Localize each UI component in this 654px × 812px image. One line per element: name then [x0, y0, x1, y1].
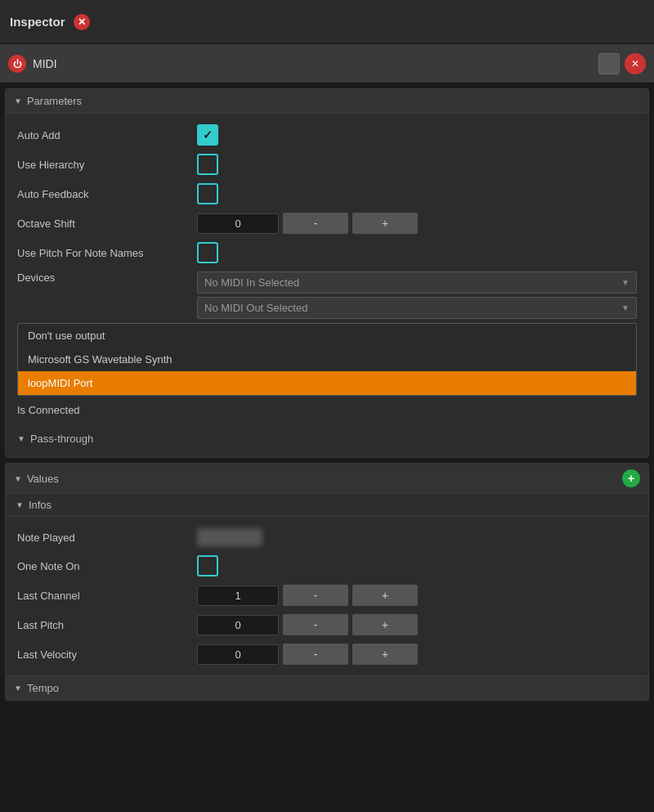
- last-velocity-minus-button[interactable]: -: [283, 644, 348, 665]
- use-hierarchy-checkbox[interactable]: [197, 154, 218, 175]
- auto-add-label: Auto Add: [17, 129, 197, 141]
- midi-row: ⏻ MIDI ✕: [0, 44, 654, 83]
- midi-label: MIDI: [33, 57, 592, 70]
- parameters-panel: ▼ Parameters Auto Add Use Hierarchy Auto…: [5, 88, 649, 458]
- last-velocity-plus-button[interactable]: +: [352, 644, 418, 665]
- use-pitch-checkbox[interactable]: [197, 242, 218, 263]
- tempo-chevron-icon: ▼: [14, 684, 22, 693]
- octave-shift-row: Octave Shift - +: [6, 209, 648, 238]
- last-channel-control: - +: [197, 585, 637, 606]
- auto-feedback-label: Auto Feedback: [17, 188, 197, 200]
- last-velocity-row: Last Velocity - +: [6, 639, 648, 669]
- last-pitch-input[interactable]: [197, 615, 279, 635]
- use-hierarchy-label: Use Hierarchy: [17, 159, 197, 171]
- octave-shift-input[interactable]: [197, 213, 279, 234]
- tempo-label: Tempo: [27, 682, 59, 694]
- values-panel: ▼ Values + ▼ Infos Note Played One Note …: [5, 463, 649, 701]
- devices-label: Devices: [17, 271, 197, 284]
- use-hierarchy-row: Use Hierarchy: [6, 150, 648, 179]
- midi-in-value: No MIDI In Selected: [204, 276, 299, 289]
- last-velocity-control: - +: [197, 644, 637, 665]
- dropdown-item-no-output[interactable]: Don't use output: [18, 324, 636, 348]
- midi-close-button[interactable]: ✕: [625, 53, 646, 74]
- use-pitch-row: Use Pitch For Note Names: [6, 238, 648, 267]
- dropdown-item-gs-wavetable[interactable]: Microsoft GS Wavetable Synth: [18, 348, 636, 371]
- auto-feedback-checkbox[interactable]: [197, 183, 218, 204]
- use-pitch-label: Use Pitch For Note Names: [17, 247, 197, 259]
- infos-chevron-icon: ▼: [16, 500, 24, 509]
- auto-feedback-control: [197, 183, 637, 204]
- is-connected-label: Is Connected: [17, 404, 197, 416]
- auto-add-control: [197, 124, 637, 146]
- midi-out-dropdown-menu: Don't use output Microsoft GS Wavetable …: [17, 323, 637, 396]
- parameters-panel-header: ▼ Parameters: [6, 89, 648, 114]
- power-button[interactable]: ⏻: [8, 55, 26, 73]
- octave-shift-control: - +: [197, 213, 637, 234]
- devices-controls: No MIDI In Selected ▼ No MIDI Out Select…: [197, 271, 637, 319]
- inspector-close-button[interactable]: ✕: [74, 14, 90, 30]
- last-pitch-control: - +: [197, 614, 637, 635]
- last-pitch-plus-button[interactable]: +: [352, 614, 418, 635]
- inspector-title: Inspector: [10, 15, 65, 29]
- octave-shift-minus-button[interactable]: -: [283, 213, 348, 234]
- parameters-panel-body: Auto Add Use Hierarchy Auto Feedback Oct…: [6, 114, 648, 457]
- last-pitch-minus-button[interactable]: -: [283, 614, 348, 635]
- passthrough-header: ▼ Pass-through: [6, 427, 648, 451]
- is-connected-row: Is Connected: [6, 396, 648, 424]
- midi-in-dropdown[interactable]: No MIDI In Selected ▼: [197, 271, 637, 294]
- tempo-header: ▼ Tempo: [6, 675, 648, 700]
- last-channel-row: Last Channel - +: [6, 581, 648, 610]
- midi-out-dropdown[interactable]: No MIDI Out Selected ▼: [197, 297, 637, 319]
- last-pitch-row: Last Pitch - +: [6, 610, 648, 639]
- dropdown-item-loopmidi[interactable]: loopMIDI Port: [18, 371, 636, 395]
- values-panel-body: Note Played One Note On Last Channel - +…: [6, 517, 648, 675]
- use-pitch-control: [197, 242, 637, 263]
- last-channel-minus-button[interactable]: -: [283, 585, 348, 606]
- midi-square-button[interactable]: [598, 53, 620, 74]
- passthrough-label: Pass-through: [30, 433, 93, 445]
- parameters-chevron-icon: ▼: [14, 96, 22, 105]
- one-note-on-control: [197, 555, 637, 576]
- values-chevron-icon: ▼: [14, 474, 22, 483]
- one-note-on-label: One Note On: [17, 560, 197, 572]
- use-hierarchy-control: [197, 154, 637, 175]
- last-channel-input[interactable]: [197, 585, 279, 606]
- note-played-label: Note Played: [17, 532, 197, 544]
- note-played-control: [197, 528, 637, 546]
- parameters-title: Parameters: [27, 95, 82, 107]
- last-pitch-label: Last Pitch: [17, 619, 197, 631]
- passthrough-chevron-icon: ▼: [17, 434, 25, 443]
- last-channel-label: Last Channel: [17, 590, 197, 602]
- one-note-on-row: One Note On: [6, 551, 648, 581]
- devices-row: Devices No MIDI In Selected ▼ No MIDI Ou…: [6, 267, 648, 323]
- note-played-row: Note Played: [6, 523, 648, 551]
- infos-title: Infos: [29, 499, 52, 511]
- last-channel-plus-button[interactable]: +: [352, 585, 418, 606]
- midi-out-arrow-icon: ▼: [621, 303, 629, 312]
- auto-add-checkbox[interactable]: [197, 124, 218, 146]
- values-header-left: ▼ Values: [14, 473, 59, 485]
- infos-subpanel-header: ▼ Infos: [6, 494, 648, 517]
- add-value-button[interactable]: +: [622, 469, 640, 487]
- auto-add-row: Auto Add: [6, 120, 648, 150]
- note-played-value: [197, 528, 262, 546]
- octave-shift-label: Octave Shift: [17, 218, 197, 230]
- midi-buttons: ✕: [598, 53, 646, 74]
- inspector-header: Inspector ✕: [0, 0, 654, 44]
- last-velocity-label: Last Velocity: [17, 648, 197, 661]
- auto-feedback-row: Auto Feedback: [6, 179, 648, 209]
- midi-out-value: No MIDI Out Selected: [204, 302, 307, 314]
- values-panel-header: ▼ Values +: [6, 464, 648, 494]
- octave-shift-plus-button[interactable]: +: [352, 213, 418, 234]
- values-title: Values: [27, 473, 59, 485]
- one-note-on-checkbox[interactable]: [197, 555, 218, 576]
- midi-in-arrow-icon: ▼: [621, 278, 629, 287]
- last-velocity-input[interactable]: [197, 644, 279, 665]
